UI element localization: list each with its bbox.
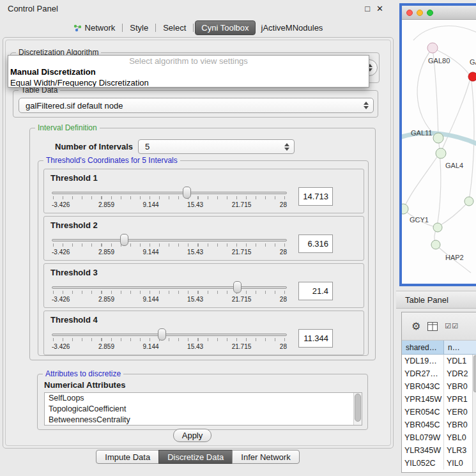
table-row[interactable]: YBR045CYBR0 [402,418,476,431]
node[interactable] [433,223,442,232]
combo-stepper-icon [364,102,369,109]
table-data-combobox[interactable]: galFiltered.sif default node [19,98,374,113]
algorithm-option-equal-width[interactable]: Equal Width/Frequency Discretization [8,77,369,88]
attributes-group: Attributes to discretize Numerical Attri… [37,374,368,430]
tab-network[interactable]: Network [68,21,121,35]
network-canvas[interactable]: GAL80 GA GAL11 GAL4 GCY1 HAP2 [402,20,476,284]
threshold-2-slider[interactable]: -3.4262.8599.14415.4321.71528 [52,233,287,259]
threshold-1-slider-thumb[interactable] [183,187,191,199]
close-icon[interactable]: ✕ [376,4,383,13]
table-row[interactable]: YBL079WYBL0 [402,431,476,444]
threshold-2-value-field[interactable] [298,234,333,253]
tab-style[interactable]: Style [124,21,154,35]
threshold-2-label: Threshold 2 [50,220,98,230]
checkbox-icons[interactable]: ☑☑ [445,322,459,330]
table-panel-window: ⚙ ☑☑ shared… n… YDL19…YDL1 YDR27…YDR2 YB… [401,312,476,473]
num-intervals-combobox[interactable]: 5 [138,139,295,154]
table-row[interactable]: YDL19…YDL1 [402,355,476,367]
gear-icon[interactable]: ⚙ [411,321,420,332]
threshold-2-panel: Threshold 2 -3.4262.8599.14415.4321.7152… [43,216,364,261]
threshold-3-value-field[interactable] [298,282,333,300]
mac-close-button[interactable] [406,10,413,16]
node[interactable] [464,197,473,206]
table-header-row: shared… n… [402,341,476,355]
slider-scale: -3.4262.8599.14415.4321.71528 [52,201,287,208]
tab-discretize-data[interactable]: Discretize Data [158,450,233,464]
network-labels: GAL80 GA GAL11 GAL4 GCY1 HAP2 [410,57,476,261]
bottom-tab-bar: Impute Data Discretize Data Infer Networ… [0,450,396,464]
table-row[interactable]: YDR27…YDR2 [402,367,476,380]
threshold-2-slider-thumb[interactable] [120,234,128,246]
algorithm-option-manual[interactable]: Manual Discretization [8,66,369,77]
control-panel-titlebar: Control Panel □ ✕ [0,0,396,17]
slider-scale: -3.4262.8599.14415.4321.71528 [52,249,287,256]
screen: Control Panel □ ✕ Network Style Select [0,0,476,476]
scrollbar-thumb[interactable] [355,394,361,422]
node-label: GCY1 [410,216,429,224]
node-label: GAL80 [428,57,450,65]
network-window-titlebar [402,6,476,20]
slider-track[interactable] [52,239,287,242]
column-header-name[interactable]: n… [444,341,476,354]
threshold-4-slider[interactable]: -3.4262.8599.14415.4321.71528 [52,328,287,353]
attributes-list-scrollbar[interactable] [353,393,362,425]
apply-button[interactable]: Apply [173,429,211,442]
node-gal11[interactable] [433,133,443,143]
table-data-group: Table Data galFiltered.sif default node [13,90,378,118]
threshold-4-panel: Threshold 4 -3.4262.8599.14415.4321.7152… [43,311,364,355]
tab-impute-data[interactable]: Impute Data [96,450,159,464]
threshold-3-slider-thumb[interactable] [233,281,242,293]
slider-scale: -3.4262.8599.14415.4321.71528 [52,296,287,303]
tab-select-label: Select [163,23,186,33]
network-graph: GAL80 GA GAL11 GAL4 GCY1 HAP2 [402,20,476,284]
tab-select[interactable]: Select [157,21,192,35]
node-label: GAL4 [445,162,463,169]
table-row[interactable]: YBR043CYBR0 [402,380,476,393]
table-rows: YDL19…YDL1 YDR27…YDR2 YBR043CYBR0 YPR145… [402,355,476,472]
mac-minimize-button[interactable] [417,10,423,16]
node-gal80[interactable] [427,43,438,53]
node-hap2[interactable] [431,240,440,249]
columns-icon[interactable] [427,322,438,331]
list-item[interactable]: TopologicalCoefficient [45,404,362,415]
node-label: GA [470,58,476,66]
interval-definition-group-label: Interval Definition [35,123,100,132]
threshold-4-slider-thumb[interactable] [158,328,166,341]
tab-cyni-toolbox[interactable]: Cyni Toolbox [195,20,255,35]
slider-track[interactable] [52,334,287,336]
threshold-1-slider[interactable]: -3.4262.8599.14415.4321.71528 [52,186,287,211]
scrollbar-thumb[interactable] [473,355,476,392]
table-row[interactable]: YER054CYER0 [402,406,476,418]
table-data-selected-value: galFiltered.sif default node [26,101,123,111]
interval-definition-group: Interval Definition Number of Intervals … [29,128,376,360]
node-gal4[interactable] [436,148,446,158]
table-scrollbar[interactable] [472,355,476,472]
algorithm-dropdown-popup: Select algorithm to view settings Manual… [8,55,369,88]
column-header-shared-name[interactable]: shared… [402,341,444,354]
tab-network-label: Network [85,23,116,33]
slider-track[interactable] [52,192,287,194]
float-icon[interactable]: □ [365,4,370,13]
table-row[interactable]: YPR145WYPR1 [402,393,476,406]
window-title: Control Panel [8,4,58,13]
threshold-3-slider[interactable]: -3.4262.8599.14415.4321.71528 [52,280,287,306]
table-row[interactable]: YLR345WYLR3 [402,444,476,457]
slider-ticks [53,291,286,294]
num-intervals-value: 5 [145,142,150,151]
tab-jactivemnodules[interactable]: jActiveMNodules [256,21,329,35]
threshold-4-value-field[interactable] [298,329,333,348]
table-toolbar: ⚙ ☑☑ [402,312,476,341]
node-selected-red[interactable] [468,72,476,81]
attributes-group-label: Attributes to discretize [43,369,123,378]
table-row[interactable]: YIL052CYIL0 [402,457,476,470]
thresholds-group: Threshold's Coordinates for 5 Intervals … [38,160,369,356]
list-item[interactable]: BetweennessCentrality [45,415,362,426]
slider-scale: -3.4262.8599.14415.4321.71528 [52,343,287,350]
threshold-1-value-field[interactable] [298,187,333,206]
tab-infer-network[interactable]: Infer Network [232,450,299,464]
slider-track[interactable] [52,286,287,289]
thresholds-group-label: Threshold's Coordinates for 5 Intervals [43,156,180,165]
list-item[interactable]: SelfLoops [45,393,362,404]
num-intervals-label: Number of Intervals [55,142,133,151]
mac-zoom-button[interactable] [427,10,433,16]
